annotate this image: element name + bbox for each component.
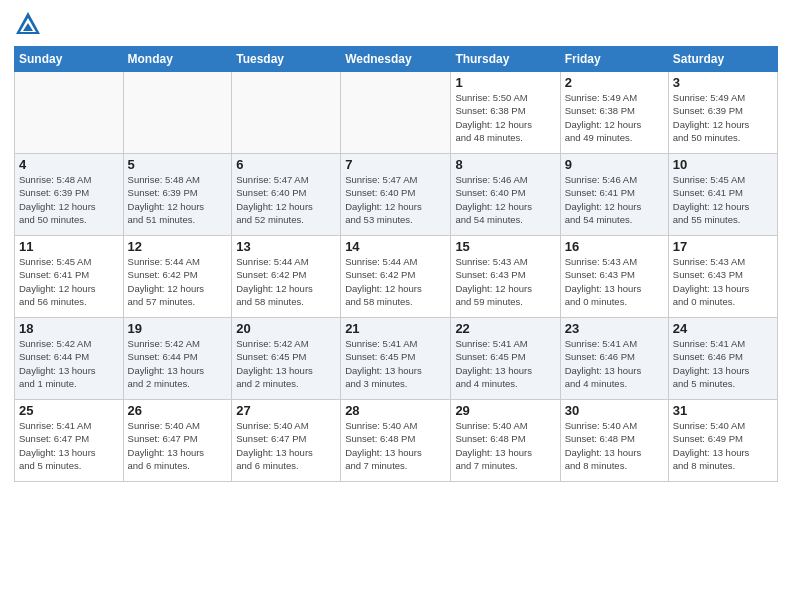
calendar-cell: 6Sunrise: 5:47 AM Sunset: 6:40 PM Daylig…	[232, 154, 341, 236]
calendar-week-3: 18Sunrise: 5:42 AM Sunset: 6:44 PM Dayli…	[15, 318, 778, 400]
calendar-header-tuesday: Tuesday	[232, 47, 341, 72]
day-info: Sunrise: 5:42 AM Sunset: 6:44 PM Dayligh…	[19, 337, 119, 390]
calendar-cell: 26Sunrise: 5:40 AM Sunset: 6:47 PM Dayli…	[123, 400, 232, 482]
calendar-week-4: 25Sunrise: 5:41 AM Sunset: 6:47 PM Dayli…	[15, 400, 778, 482]
day-number: 11	[19, 239, 119, 254]
header	[14, 10, 778, 38]
calendar-cell: 25Sunrise: 5:41 AM Sunset: 6:47 PM Dayli…	[15, 400, 124, 482]
calendar-cell: 19Sunrise: 5:42 AM Sunset: 6:44 PM Dayli…	[123, 318, 232, 400]
day-number: 8	[455, 157, 555, 172]
calendar-header-monday: Monday	[123, 47, 232, 72]
day-number: 31	[673, 403, 773, 418]
day-number: 20	[236, 321, 336, 336]
day-info: Sunrise: 5:44 AM Sunset: 6:42 PM Dayligh…	[128, 255, 228, 308]
day-info: Sunrise: 5:43 AM Sunset: 6:43 PM Dayligh…	[565, 255, 664, 308]
calendar-cell	[232, 72, 341, 154]
calendar-cell: 16Sunrise: 5:43 AM Sunset: 6:43 PM Dayli…	[560, 236, 668, 318]
day-info: Sunrise: 5:43 AM Sunset: 6:43 PM Dayligh…	[455, 255, 555, 308]
day-number: 6	[236, 157, 336, 172]
day-info: Sunrise: 5:48 AM Sunset: 6:39 PM Dayligh…	[128, 173, 228, 226]
day-info: Sunrise: 5:50 AM Sunset: 6:38 PM Dayligh…	[455, 91, 555, 144]
calendar-header-wednesday: Wednesday	[341, 47, 451, 72]
calendar-cell: 28Sunrise: 5:40 AM Sunset: 6:48 PM Dayli…	[341, 400, 451, 482]
calendar-cell: 23Sunrise: 5:41 AM Sunset: 6:46 PM Dayli…	[560, 318, 668, 400]
day-number: 5	[128, 157, 228, 172]
day-info: Sunrise: 5:43 AM Sunset: 6:43 PM Dayligh…	[673, 255, 773, 308]
day-number: 10	[673, 157, 773, 172]
calendar-cell: 1Sunrise: 5:50 AM Sunset: 6:38 PM Daylig…	[451, 72, 560, 154]
day-info: Sunrise: 5:41 AM Sunset: 6:45 PM Dayligh…	[455, 337, 555, 390]
day-info: Sunrise: 5:49 AM Sunset: 6:39 PM Dayligh…	[673, 91, 773, 144]
day-info: Sunrise: 5:44 AM Sunset: 6:42 PM Dayligh…	[345, 255, 446, 308]
calendar-cell: 20Sunrise: 5:42 AM Sunset: 6:45 PM Dayli…	[232, 318, 341, 400]
calendar-cell: 31Sunrise: 5:40 AM Sunset: 6:49 PM Dayli…	[668, 400, 777, 482]
calendar-cell: 8Sunrise: 5:46 AM Sunset: 6:40 PM Daylig…	[451, 154, 560, 236]
calendar-header-row: SundayMondayTuesdayWednesdayThursdayFrid…	[15, 47, 778, 72]
day-info: Sunrise: 5:49 AM Sunset: 6:38 PM Dayligh…	[565, 91, 664, 144]
day-info: Sunrise: 5:40 AM Sunset: 6:48 PM Dayligh…	[455, 419, 555, 472]
calendar-cell: 14Sunrise: 5:44 AM Sunset: 6:42 PM Dayli…	[341, 236, 451, 318]
day-number: 27	[236, 403, 336, 418]
calendar-cell: 11Sunrise: 5:45 AM Sunset: 6:41 PM Dayli…	[15, 236, 124, 318]
calendar-cell: 22Sunrise: 5:41 AM Sunset: 6:45 PM Dayli…	[451, 318, 560, 400]
day-number: 9	[565, 157, 664, 172]
day-number: 24	[673, 321, 773, 336]
calendar-cell: 17Sunrise: 5:43 AM Sunset: 6:43 PM Dayli…	[668, 236, 777, 318]
day-number: 13	[236, 239, 336, 254]
day-number: 14	[345, 239, 446, 254]
day-info: Sunrise: 5:45 AM Sunset: 6:41 PM Dayligh…	[19, 255, 119, 308]
calendar-week-0: 1Sunrise: 5:50 AM Sunset: 6:38 PM Daylig…	[15, 72, 778, 154]
day-info: Sunrise: 5:41 AM Sunset: 6:45 PM Dayligh…	[345, 337, 446, 390]
day-number: 1	[455, 75, 555, 90]
calendar-cell	[15, 72, 124, 154]
day-number: 15	[455, 239, 555, 254]
day-info: Sunrise: 5:45 AM Sunset: 6:41 PM Dayligh…	[673, 173, 773, 226]
calendar-header-friday: Friday	[560, 47, 668, 72]
day-info: Sunrise: 5:47 AM Sunset: 6:40 PM Dayligh…	[236, 173, 336, 226]
calendar-cell: 30Sunrise: 5:40 AM Sunset: 6:48 PM Dayli…	[560, 400, 668, 482]
day-info: Sunrise: 5:41 AM Sunset: 6:46 PM Dayligh…	[565, 337, 664, 390]
calendar-cell: 24Sunrise: 5:41 AM Sunset: 6:46 PM Dayli…	[668, 318, 777, 400]
day-info: Sunrise: 5:40 AM Sunset: 6:47 PM Dayligh…	[128, 419, 228, 472]
day-info: Sunrise: 5:44 AM Sunset: 6:42 PM Dayligh…	[236, 255, 336, 308]
calendar-cell: 27Sunrise: 5:40 AM Sunset: 6:47 PM Dayli…	[232, 400, 341, 482]
day-info: Sunrise: 5:40 AM Sunset: 6:48 PM Dayligh…	[565, 419, 664, 472]
calendar-cell: 18Sunrise: 5:42 AM Sunset: 6:44 PM Dayli…	[15, 318, 124, 400]
calendar-cell	[123, 72, 232, 154]
calendar-cell: 5Sunrise: 5:48 AM Sunset: 6:39 PM Daylig…	[123, 154, 232, 236]
calendar: SundayMondayTuesdayWednesdayThursdayFrid…	[14, 46, 778, 482]
calendar-week-1: 4Sunrise: 5:48 AM Sunset: 6:39 PM Daylig…	[15, 154, 778, 236]
calendar-header-sunday: Sunday	[15, 47, 124, 72]
day-number: 3	[673, 75, 773, 90]
day-number: 12	[128, 239, 228, 254]
day-info: Sunrise: 5:42 AM Sunset: 6:44 PM Dayligh…	[128, 337, 228, 390]
day-info: Sunrise: 5:40 AM Sunset: 6:48 PM Dayligh…	[345, 419, 446, 472]
calendar-cell: 15Sunrise: 5:43 AM Sunset: 6:43 PM Dayli…	[451, 236, 560, 318]
day-number: 4	[19, 157, 119, 172]
day-info: Sunrise: 5:42 AM Sunset: 6:45 PM Dayligh…	[236, 337, 336, 390]
logo	[14, 10, 46, 38]
day-number: 17	[673, 239, 773, 254]
day-info: Sunrise: 5:40 AM Sunset: 6:49 PM Dayligh…	[673, 419, 773, 472]
day-number: 21	[345, 321, 446, 336]
calendar-header-saturday: Saturday	[668, 47, 777, 72]
calendar-cell: 21Sunrise: 5:41 AM Sunset: 6:45 PM Dayli…	[341, 318, 451, 400]
calendar-cell: 29Sunrise: 5:40 AM Sunset: 6:48 PM Dayli…	[451, 400, 560, 482]
calendar-cell: 9Sunrise: 5:46 AM Sunset: 6:41 PM Daylig…	[560, 154, 668, 236]
day-info: Sunrise: 5:41 AM Sunset: 6:46 PM Dayligh…	[673, 337, 773, 390]
calendar-cell: 13Sunrise: 5:44 AM Sunset: 6:42 PM Dayli…	[232, 236, 341, 318]
calendar-header-thursday: Thursday	[451, 47, 560, 72]
day-info: Sunrise: 5:40 AM Sunset: 6:47 PM Dayligh…	[236, 419, 336, 472]
day-info: Sunrise: 5:47 AM Sunset: 6:40 PM Dayligh…	[345, 173, 446, 226]
calendar-cell: 10Sunrise: 5:45 AM Sunset: 6:41 PM Dayli…	[668, 154, 777, 236]
day-number: 16	[565, 239, 664, 254]
logo-icon	[14, 10, 42, 38]
calendar-cell: 2Sunrise: 5:49 AM Sunset: 6:38 PM Daylig…	[560, 72, 668, 154]
calendar-cell: 4Sunrise: 5:48 AM Sunset: 6:39 PM Daylig…	[15, 154, 124, 236]
calendar-cell	[341, 72, 451, 154]
day-number: 26	[128, 403, 228, 418]
calendar-week-2: 11Sunrise: 5:45 AM Sunset: 6:41 PM Dayli…	[15, 236, 778, 318]
day-number: 7	[345, 157, 446, 172]
day-number: 28	[345, 403, 446, 418]
day-info: Sunrise: 5:41 AM Sunset: 6:47 PM Dayligh…	[19, 419, 119, 472]
